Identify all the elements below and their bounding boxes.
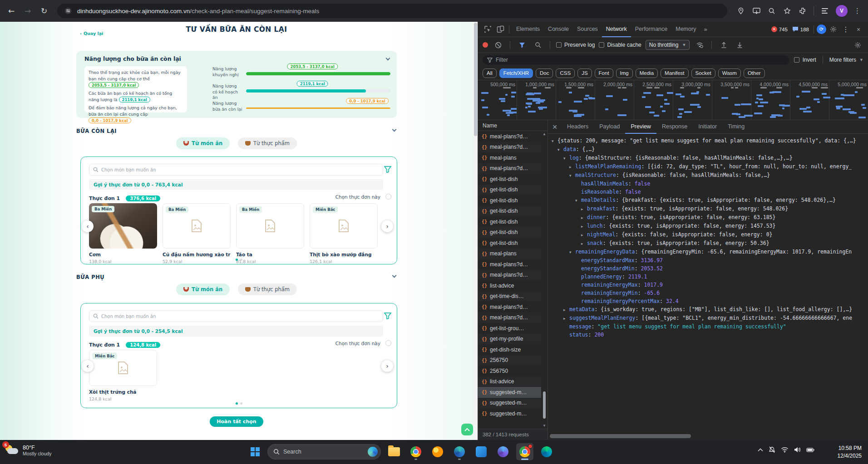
extensions-puzzle-icon[interactable]	[798, 6, 807, 15]
json-tree-line[interactable]: ▾mealStructure: {isReasonable: false, ha…	[548, 171, 868, 180]
profile-avatar[interactable]: V	[836, 5, 848, 17]
filter-icon[interactable]	[384, 313, 391, 319]
tree-toggle-icon[interactable]: ▾	[557, 146, 563, 154]
dish-card[interactable]: Ba Miền Củ đậu nấm hương xào trứng 52,9 …	[163, 203, 231, 264]
taskbar-app-edge[interactable]	[451, 443, 468, 460]
network-request-row[interactable]: {}meal-plans?d…	[478, 313, 541, 323]
search-zoom-icon[interactable]	[767, 6, 776, 15]
json-tree-line[interactable]: ▸suggestMealPlanEnergy: [{meal_type: "BC…	[548, 314, 868, 322]
carousel-next-button[interactable]: ›	[381, 220, 393, 232]
network-request-row[interactable]: {}meal-plans?d…	[478, 270, 541, 281]
network-search-icon[interactable]	[532, 39, 544, 51]
request-list-header[interactable]: Name	[478, 120, 547, 131]
more-tabs-icon[interactable]: »	[701, 26, 710, 33]
preserve-log-checkbox[interactable]	[556, 42, 562, 48]
tab-tu-thuc-pham[interactable]: Từ thực phẩm	[238, 283, 297, 295]
scroll-down-icon[interactable]: ▼	[541, 424, 547, 428]
type-chip-other[interactable]: Other	[744, 68, 765, 78]
export-har-icon[interactable]	[734, 39, 745, 51]
dish-card[interactable]: Ba Miền Cơm 138,0 kcal	[89, 203, 157, 264]
tree-toggle-icon[interactable]: ▸	[581, 239, 587, 248]
type-chip-fetch/xhr[interactable]: Fetch/XHR	[499, 68, 533, 78]
tab-tu-thuc-pham[interactable]: Từ thực phẩm	[238, 137, 297, 149]
import-har-icon[interactable]	[718, 39, 730, 51]
carousel-prev-button[interactable]: ‹	[82, 360, 94, 372]
throttling-select[interactable]: No throttling▼	[646, 40, 690, 50]
filter-icon[interactable]	[384, 166, 391, 173]
type-chip-img[interactable]: Img	[616, 68, 633, 78]
network-request-row[interactable]: {}get-list-dish	[478, 174, 541, 185]
network-request-row[interactable]: {}get-list-dish	[478, 216, 541, 227]
panel-tab-preview[interactable]: Preview	[625, 120, 656, 134]
tree-toggle-icon[interactable]: ▾	[569, 171, 575, 180]
record-network-icon[interactable]	[483, 42, 488, 48]
collapse-chevron-icon[interactable]	[386, 56, 390, 61]
network-request-row[interactable]: {}meal-plans?d…	[478, 259, 541, 270]
network-settings-icon[interactable]	[852, 39, 863, 51]
dish-search-box[interactable]	[89, 164, 383, 176]
taskbar-search[interactable]	[267, 444, 381, 459]
bookmark-star-icon[interactable]	[783, 6, 792, 15]
finish-selection-button[interactable]: Hoàn tất chọn	[210, 416, 263, 427]
do-not-disturb-icon[interactable]	[769, 446, 775, 453]
scroll-up-icon[interactable]: ▲	[541, 132, 547, 136]
close-detail-icon[interactable]: ✕	[548, 123, 562, 131]
dish-search-box[interactable]	[89, 310, 383, 322]
type-chip-css[interactable]: CSS	[556, 68, 575, 78]
search-input[interactable]	[101, 314, 379, 319]
carousel-prev-button[interactable]: ‹	[82, 220, 94, 232]
panel-tab-initiator[interactable]: Initiator	[693, 120, 722, 134]
taskbar-app-vscode[interactable]	[473, 443, 490, 460]
network-filter-input-box[interactable]	[483, 55, 789, 65]
network-request-row[interactable]: {}get-time-dis…	[478, 291, 541, 302]
tab-tu-mon-an[interactable]: Từ món ăn	[176, 137, 230, 149]
type-chip-doc[interactable]: Doc	[536, 68, 553, 78]
taskbar-app-firefox[interactable]	[429, 443, 446, 460]
tree-toggle-icon[interactable]: ▸	[581, 205, 587, 213]
tree-toggle-icon[interactable]: ▾	[563, 154, 569, 162]
network-request-row[interactable]: {}suggested-m…	[478, 408, 541, 419]
taskbar-app-chrome[interactable]	[407, 443, 424, 460]
dish-card[interactable]: Miền Bắc Xôi thịt trứng chả 124,8 kcal	[89, 350, 157, 401]
tab-tu-mon-an[interactable]: Từ món ăn	[176, 283, 230, 295]
bing-chat-icon[interactable]	[368, 447, 378, 457]
devtools-settings-icon[interactable]	[827, 24, 839, 35]
devtools-tab-sources[interactable]: Sources	[573, 22, 602, 37]
network-timeline-overview[interactable]: 500,000 ms1,000,000 ms1,500,000 ms2,000,…	[478, 80, 868, 120]
carousel-next-button[interactable]: ›	[381, 360, 393, 372]
json-tree-line[interactable]: ▸breakfast: {exists: true, isAppropriate…	[548, 205, 868, 213]
disable-cache-checkbox[interactable]	[599, 42, 604, 48]
location-pin-icon[interactable]	[736, 6, 745, 15]
json-tree-line[interactable]: ▸nightMeal: {exists: false, isAppropriat…	[548, 230, 868, 239]
json-tree-line[interactable]: ▾remainingEnergyData: {remainingEnergyMi…	[548, 248, 868, 256]
json-tree-line[interactable]: ▸listMealPlanRemaining: [{id: 72, day_ty…	[548, 162, 868, 171]
devtools-menu-icon[interactable]: ⋮	[840, 24, 852, 35]
type-chip-js[interactable]: JS	[577, 68, 592, 78]
device-toolbar-icon[interactable]	[494, 24, 506, 35]
network-request-row[interactable]: {}meal-plans?d…	[478, 163, 541, 174]
tree-toggle-icon[interactable]: ▸	[563, 314, 569, 322]
tree-toggle-icon[interactable]: ▾	[569, 248, 575, 256]
carousel-dots[interactable]	[81, 259, 397, 261]
network-request-row[interactable]: {}list-advice	[478, 376, 541, 387]
network-request-row[interactable]: {}get-list-dish	[478, 185, 541, 195]
search-input[interactable]	[101, 167, 379, 172]
network-request-row[interactable]: {}get-list-dish	[478, 238, 541, 249]
page-scrollbar[interactable]	[473, 22, 478, 440]
type-chip-manifest[interactable]: Manifest	[661, 68, 688, 78]
network-request-row[interactable]: {}get-list-grou…	[478, 323, 541, 334]
tray-expand-icon[interactable]	[758, 448, 763, 452]
section-header-bua-con-lai[interactable]: BỮA CÒN LẠI	[76, 126, 397, 137]
choose-menu-radio[interactable]	[385, 194, 391, 200]
url-text[interactable]: dinhduongsuckhoe-dev.ajinomoto.com.vn/ch…	[77, 8, 319, 15]
taskbar-clock[interactable]: 10:58 PM 12/4/2025	[838, 444, 862, 460]
network-request-row[interactable]: {}suggested-m…	[478, 398, 541, 409]
taskbar-app-edge-dev[interactable]	[494, 443, 512, 460]
taskbar-search-input[interactable]	[283, 449, 364, 455]
dish-card[interactable]: Miền Bắc Thịt bò xào mướp đắng 126,1 kca…	[310, 203, 378, 264]
type-chip-font[interactable]: Font	[595, 68, 613, 78]
network-request-row[interactable]: {}256750	[478, 366, 541, 376]
clear-network-icon[interactable]	[492, 39, 504, 51]
network-request-row[interactable]: {}get-my-profile	[478, 334, 541, 345]
devtools-close-icon[interactable]: ×	[853, 24, 864, 35]
